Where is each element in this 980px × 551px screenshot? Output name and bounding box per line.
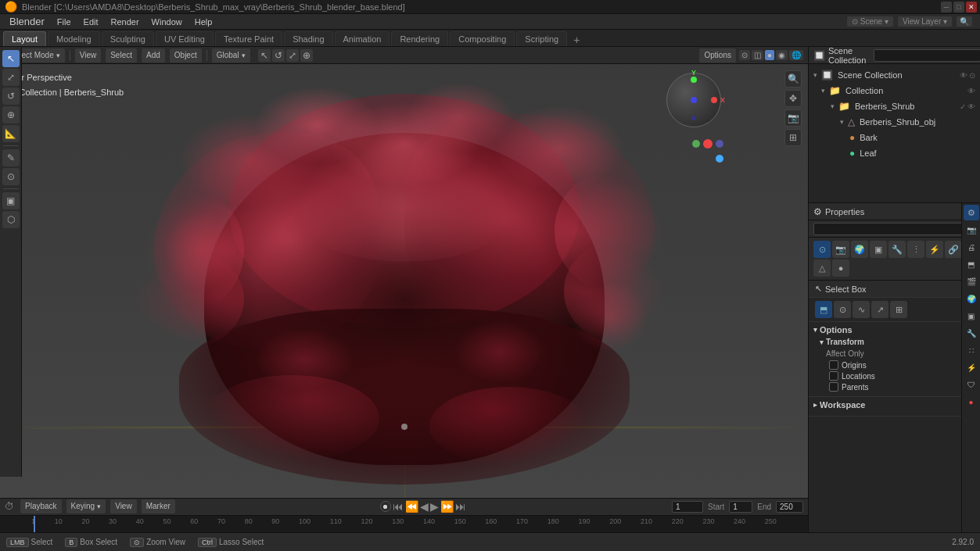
- transform-scale-icon[interactable]: ⤢: [286, 49, 299, 62]
- transform-section-title[interactable]: ▾ Transform: [820, 338, 975, 346]
- grid-icon[interactable]: ⊞: [784, 129, 802, 146]
- select-menu-btn[interactable]: Select: [106, 48, 137, 63]
- tab-texture-paint[interactable]: Texture Paint: [215, 31, 282, 46]
- props-icon-physics[interactable]: ⚡: [926, 241, 943, 258]
- next-frame-btn[interactable]: ⏩: [440, 500, 454, 513]
- menu-file[interactable]: File: [51, 14, 77, 30]
- select-lasso-mode-btn[interactable]: ∿: [853, 301, 870, 318]
- props-icon-material[interactable]: ●: [832, 259, 849, 277]
- pivot-dot-red[interactable]: [703, 139, 713, 148]
- add-menu-btn[interactable]: Add: [142, 48, 165, 63]
- select-extra-btn[interactable]: ⊞: [890, 301, 907, 318]
- tab-scripting[interactable]: Scripting: [516, 31, 567, 46]
- sc-vis-cursor-0[interactable]: ⊙: [969, 71, 975, 80]
- play-btn[interactable]: ▶: [430, 500, 439, 513]
- props-icon-constraints[interactable]: 🔗: [945, 241, 962, 258]
- rps-constraints-icon[interactable]: 🛡: [964, 377, 979, 392]
- 3d-viewport[interactable]: User Perspective (1) Collection | Berber…: [0, 64, 808, 498]
- add-tab-btn[interactable]: +: [569, 34, 584, 46]
- lt-annotate-btn[interactable]: ✎: [2, 149, 20, 166]
- menu-edit[interactable]: Edit: [77, 14, 105, 30]
- sc-berberis-shrub-obj[interactable]: ▾ △ Berberis_Shrub_obj: [809, 114, 980, 130]
- select-tweak-mode-btn[interactable]: ↗: [871, 301, 888, 318]
- timeline-playhead[interactable]: [34, 516, 35, 532]
- navigation-gizmo[interactable]: X Y: [662, 69, 725, 131]
- lt-cursor-btn[interactable]: ↖: [2, 50, 20, 67]
- lt-extrude-btn[interactable]: ⬡: [2, 211, 20, 228]
- gizmo-z-axis[interactable]: [691, 97, 697, 103]
- marker-btn[interactable]: Marker: [142, 499, 175, 513]
- sc-bark[interactable]: ● Bark: [809, 130, 980, 145]
- minimize-btn[interactable]: ─: [941, 2, 952, 13]
- transform-rotate-icon[interactable]: ↺: [272, 49, 285, 62]
- pivot-dot-green[interactable]: [692, 140, 700, 148]
- menu-render[interactable]: Render: [105, 14, 145, 30]
- rps-view-layer-icon[interactable]: ⬒: [964, 256, 979, 272]
- playback-btn[interactable]: Playback: [20, 499, 62, 513]
- lt-measure-btn[interactable]: ⊙: [2, 168, 20, 185]
- sc-berberis-shrub[interactable]: ▾ 📁 Berberis_Shrub ✓ 👁: [809, 98, 980, 114]
- view-menu-btn[interactable]: View: [75, 48, 102, 63]
- tab-shading[interactable]: Shading: [284, 31, 332, 46]
- rps-active-tool-icon[interactable]: ⚙: [964, 205, 979, 220]
- props-icon-object[interactable]: ▣: [870, 241, 887, 258]
- jump-start-btn[interactable]: ⏮: [393, 500, 404, 513]
- rps-obj-icon[interactable]: ▣: [964, 308, 979, 324]
- props-icon-particles[interactable]: ⋮: [907, 241, 924, 258]
- keying-btn[interactable]: Keying ▾: [66, 499, 106, 513]
- rps-world-icon[interactable]: 🌍: [964, 291, 979, 306]
- menu-help[interactable]: Help: [188, 14, 219, 30]
- tab-modeling[interactable]: Modeling: [48, 31, 100, 46]
- view-btn[interactable]: View: [110, 499, 137, 513]
- sc-vis-eye-1[interactable]: 👁: [967, 87, 975, 95]
- properties-search-input[interactable]: [813, 223, 975, 235]
- view-layer-selector[interactable]: View Layer ▾: [898, 16, 952, 27]
- sc-collection[interactable]: ▾ 📁 Collection 👁: [809, 83, 980, 98]
- menu-blender[interactable]: Blender: [3, 14, 51, 30]
- locations-checkbox[interactable]: [829, 371, 838, 381]
- tab-sculpting[interactable]: Sculpting: [102, 31, 154, 46]
- rps-modifier-icon[interactable]: 🔧: [964, 325, 979, 341]
- workspace-section-title[interactable]: ▸ Workspace: [813, 400, 975, 410]
- pivot-dot-cyan[interactable]: [716, 155, 723, 163]
- timeline-scrubber[interactable]: 1 10 20 30 40 50 60 70 80 90 100 110 120…: [0, 516, 808, 532]
- options-btn[interactable]: Options: [699, 48, 735, 63]
- close-btn[interactable]: ✕: [966, 2, 977, 13]
- rps-output-icon[interactable]: 🖨: [964, 239, 979, 255]
- overlay-btn[interactable]: ⊙: [739, 50, 750, 60]
- rps-physics-icon[interactable]: ⚡: [964, 360, 979, 375]
- transform-all-icon[interactable]: ⊕: [300, 49, 313, 62]
- end-frame-input[interactable]: [776, 501, 803, 513]
- gizmo-y-axis[interactable]: [691, 77, 697, 83]
- object-menu-btn[interactable]: Object: [170, 48, 202, 63]
- rps-render-icon[interactable]: 📷: [964, 222, 979, 238]
- solid-view-btn[interactable]: ●: [765, 50, 774, 60]
- gizmo-x-axis[interactable]: [711, 97, 717, 103]
- rps-particles-icon[interactable]: ∷: [964, 342, 979, 358]
- rps-scene-icon[interactable]: 🎬: [964, 274, 979, 289]
- jump-end-btn[interactable]: ⏭: [455, 500, 466, 513]
- select-box-mode-btn[interactable]: ⬒: [815, 301, 832, 318]
- current-frame-input[interactable]: [672, 501, 703, 513]
- props-icon-scene[interactable]: 📷: [832, 241, 849, 258]
- sc-leaf[interactable]: ● Leaf: [809, 145, 980, 161]
- sc-vis-eye-2[interactable]: 👁: [967, 102, 975, 111]
- prev-frame-btn[interactable]: ⏪: [405, 500, 418, 513]
- record-btn[interactable]: ⏺: [380, 501, 391, 512]
- parents-checkbox[interactable]: [829, 382, 838, 392]
- xray-btn[interactable]: ◫: [752, 50, 763, 60]
- props-icon-world[interactable]: 🌍: [851, 241, 868, 258]
- global-btn[interactable]: Global ▾: [212, 48, 250, 63]
- maximize-btn[interactable]: □: [953, 2, 964, 13]
- scene-selector[interactable]: ⊙ Scene ▾: [847, 16, 893, 27]
- props-icon-modifier[interactable]: 🔧: [888, 241, 906, 258]
- sc-vis-check-2[interactable]: ✓: [960, 102, 966, 111]
- transform-move-icon[interactable]: ↖: [258, 49, 271, 62]
- search-btn[interactable]: 🔍: [957, 16, 972, 27]
- origins-checkbox[interactable]: [829, 360, 838, 370]
- drag-icon[interactable]: ✥: [784, 90, 802, 107]
- material-preview-btn[interactable]: ◉: [776, 50, 788, 60]
- menu-window[interactable]: Window: [145, 14, 188, 30]
- zoom-icon[interactable]: 🔍: [784, 70, 802, 88]
- sc-scene-collection[interactable]: ▾ 🔲 Scene Collection 👁 ⊙: [809, 67, 980, 83]
